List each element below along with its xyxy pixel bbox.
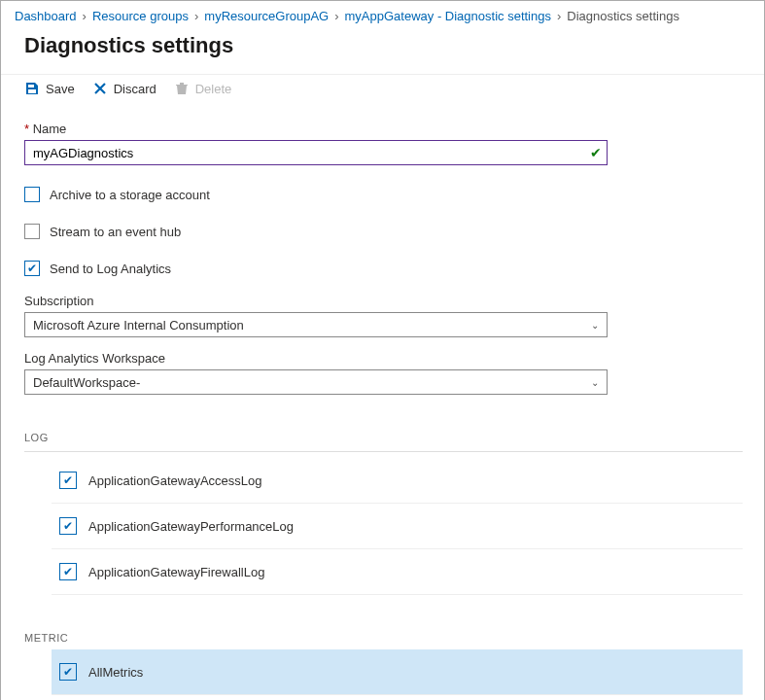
archive-checkbox[interactable]	[24, 187, 40, 202]
breadcrumb-resource-group[interactable]: myResourceGroupAG	[204, 9, 329, 23]
metric-item: AllMetrics	[52, 649, 743, 695]
save-icon	[24, 81, 40, 96]
chevron-down-icon: ⌄	[591, 377, 599, 388]
log-item: ApplicationGatewayAccessLog	[52, 458, 743, 504]
log-item: ApplicationGatewayPerformanceLog	[52, 504, 743, 549]
breadcrumb-resource-groups[interactable]: Resource groups	[92, 9, 189, 23]
chevron-down-icon: ⌄	[591, 320, 599, 331]
delete-button: Delete	[174, 81, 232, 96]
breadcrumb-dashboard[interactable]: Dashboard	[15, 9, 77, 23]
stream-checkbox[interactable]	[24, 224, 40, 239]
discard-button[interactable]: Discard	[92, 81, 156, 96]
metric-label: AllMetrics	[88, 665, 143, 680]
chevron-right-icon: ›	[194, 9, 198, 23]
delete-label: Delete	[195, 82, 232, 96]
log-item: ApplicationGatewayFirewallLog	[52, 549, 743, 595]
breadcrumb-current: Diagnostics settings	[567, 9, 679, 23]
subscription-label: Subscription	[24, 294, 743, 308]
metric-section-header: METRIC	[24, 632, 743, 644]
name-input[interactable]	[24, 140, 608, 165]
log-checkbox-access[interactable]	[59, 472, 77, 489]
subscription-select[interactable]: Microsoft Azure Internal Consumption ⌄	[24, 312, 608, 337]
log-label: ApplicationGatewayAccessLog	[88, 473, 262, 488]
log-checkbox-firewall[interactable]	[59, 563, 77, 580]
log-section-header: LOG	[24, 432, 743, 452]
chevron-right-icon: ›	[83, 9, 87, 23]
archive-label: Archive to a storage account	[50, 188, 210, 202]
breadcrumb-app-gateway[interactable]: myAppGateway - Diagnostic settings	[345, 9, 551, 23]
save-button[interactable]: Save	[24, 81, 75, 96]
workspace-select[interactable]: DefaultWorkspace- ⌄	[24, 369, 608, 395]
log-label: ApplicationGatewayFirewallLog	[88, 565, 264, 579]
checkmark-icon: ✔	[590, 145, 602, 160]
workspace-value: DefaultWorkspace-	[33, 375, 140, 390]
breadcrumb: Dashboard › Resource groups › myResource…	[1, 1, 765, 27]
send-log-analytics-label: Send to Log Analytics	[50, 262, 171, 276]
metric-checkbox-allmetrics[interactable]	[59, 663, 77, 681]
page-title: Diagnostics settings	[1, 33, 765, 58]
delete-icon	[174, 81, 190, 96]
chevron-right-icon: ›	[334, 9, 338, 23]
workspace-label: Log Analytics Workspace	[24, 351, 743, 366]
subscription-value: Microsoft Azure Internal Consumption	[33, 318, 244, 332]
log-label: ApplicationGatewayPerformanceLog	[88, 519, 294, 534]
toolbar: Save Discard Delete	[1, 74, 765, 108]
chevron-right-icon: ›	[557, 9, 561, 23]
send-log-analytics-checkbox[interactable]	[24, 261, 40, 276]
log-checkbox-performance[interactable]	[59, 517, 77, 535]
name-label: Name	[24, 122, 743, 136]
close-icon	[92, 81, 108, 96]
discard-label: Discard	[114, 82, 156, 96]
stream-label: Stream to an event hub	[50, 225, 181, 239]
save-label: Save	[46, 82, 75, 96]
